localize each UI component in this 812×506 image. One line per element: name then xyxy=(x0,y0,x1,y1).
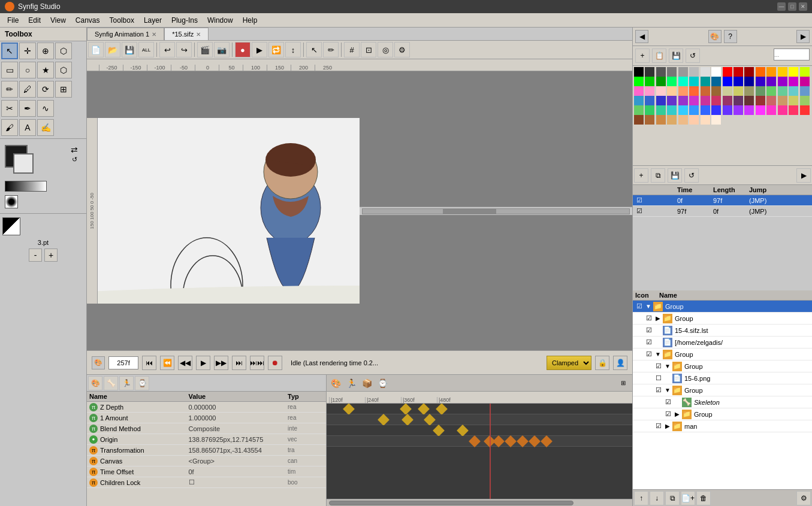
color-swatch-84[interactable] xyxy=(678,115,688,125)
kf-4-5[interactable] xyxy=(517,435,529,447)
wp-dup-btn[interactable]: ⧉ xyxy=(651,168,665,183)
record-btn[interactable]: ⏺ xyxy=(268,356,282,370)
color-swatch-21[interactable] xyxy=(689,77,699,86)
prop-bline-btn[interactable]: 🏃 xyxy=(119,376,134,390)
onion-btn[interactable]: ◎ xyxy=(378,42,393,57)
color-swatch-42[interactable] xyxy=(744,86,754,96)
kf-3-2[interactable] xyxy=(457,425,469,437)
color-swatch-43[interactable] xyxy=(756,86,765,96)
canvas-area[interactable]: ~LC 150 100 50 0 -50 xyxy=(87,71,632,350)
kf-4-7[interactable] xyxy=(541,435,553,447)
wp-row-2[interactable]: ☑ 97f 0f (JMP) xyxy=(633,206,812,217)
color-swatch-70[interactable] xyxy=(701,105,710,115)
maximize-button[interactable]: □ xyxy=(788,2,796,11)
transform-tool[interactable]: ✛ xyxy=(19,43,36,59)
wp-check-1[interactable]: ☑ xyxy=(635,196,644,205)
color-swatch-5[interactable] xyxy=(689,67,699,77)
color-swatch-62[interactable] xyxy=(789,96,798,105)
layer-expand-group5[interactable]: ▼ xyxy=(664,387,671,394)
tl-icon-time[interactable]: ⌚ xyxy=(376,377,389,390)
add-color-btn[interactable]: + xyxy=(635,49,650,63)
color-swatch-8[interactable] xyxy=(723,67,732,77)
bounce-btn[interactable]: ↕ xyxy=(285,42,301,57)
radial-preview[interactable] xyxy=(5,195,18,208)
bone-btn[interactable]: ⚙ xyxy=(394,42,410,57)
color-swatch-76[interactable] xyxy=(766,105,776,115)
menu-window[interactable]: Window xyxy=(203,15,238,26)
prev-frame-btn[interactable]: ⏪ xyxy=(160,356,174,370)
layer-expand-file3[interactable] xyxy=(664,375,671,382)
color-swatch-7[interactable] xyxy=(711,67,721,77)
color-swatch-12[interactable] xyxy=(766,67,776,77)
layers-dup-btn[interactable]: ⧉ xyxy=(665,491,680,505)
color-swatch-51[interactable] xyxy=(667,96,677,105)
close-button[interactable]: ✕ xyxy=(799,2,807,11)
rewind-btn[interactable]: ◀◀ xyxy=(178,356,192,370)
color-swatch-85[interactable] xyxy=(689,115,699,125)
layer-check-skel1[interactable]: ☑ xyxy=(664,398,672,407)
layer-expand-skel1[interactable] xyxy=(674,399,681,406)
layer-group1[interactable]: ☑ ▼ 📁 Group xyxy=(633,301,812,313)
color-swatch-20[interactable] xyxy=(678,77,688,86)
layer-check-group5[interactable]: ☑ xyxy=(654,386,663,395)
prev-keyframe-btn[interactable]: ⏮ xyxy=(142,356,156,370)
color-swatch-10[interactable] xyxy=(744,67,754,77)
clamped-select[interactable]: Clamped xyxy=(547,356,591,370)
kf-2-2[interactable] xyxy=(402,414,413,426)
color-swatch-74[interactable] xyxy=(744,105,754,115)
menu-file[interactable]: File xyxy=(2,15,23,26)
eyedropper-tool[interactable]: ✂ xyxy=(1,100,18,117)
tl-icon-canvas[interactable]: 🎨 xyxy=(329,377,342,390)
layer-expand-group2[interactable]: ▶ xyxy=(654,315,662,322)
render-btn[interactable]: 🎬 xyxy=(197,42,213,57)
tl-expand-btn[interactable]: ⊞ xyxy=(617,377,630,390)
canvas-scroll-thumb[interactable] xyxy=(443,209,496,214)
decrease-size[interactable]: - xyxy=(29,249,42,262)
color-swatch-78[interactable] xyxy=(789,105,798,115)
tl-icon-person[interactable]: 🏃 xyxy=(345,377,358,390)
checker-tool[interactable]: ⊞ xyxy=(55,81,72,98)
circle-tool[interactable]: ○ xyxy=(19,62,36,78)
tab-15sifz-close[interactable]: ✕ xyxy=(196,31,201,38)
color-swatch-44[interactable] xyxy=(766,86,776,96)
layer-check-file1[interactable]: ☑ xyxy=(645,326,653,335)
color-swatch-50[interactable] xyxy=(656,96,666,105)
color-swatch-46[interactable] xyxy=(789,86,798,96)
cursor-btn[interactable]: ↖ xyxy=(306,42,322,57)
layers-del-btn[interactable]: 🗑 xyxy=(696,491,711,505)
layer-group5[interactable]: ☑ ▼ 📁 Group xyxy=(633,384,812,396)
lock-btn[interactable]: 🔒 xyxy=(595,356,609,370)
grid-btn[interactable]: # xyxy=(344,42,360,57)
timeline-scroll-thumb[interactable] xyxy=(329,501,573,505)
color-swatch-9[interactable] xyxy=(733,67,743,77)
color-swatch-64[interactable] xyxy=(634,105,644,115)
copy-color-btn[interactable]: 📋 xyxy=(652,49,666,63)
nav-right-arrow[interactable]: ▶ xyxy=(796,30,810,43)
color-swatch-30[interactable] xyxy=(789,77,798,86)
color-swatch-22[interactable] xyxy=(701,77,710,86)
layer-check-file3[interactable]: ☐ xyxy=(654,374,663,383)
color-swatch-32[interactable] xyxy=(634,86,644,96)
layer-expand-group4[interactable]: ▼ xyxy=(664,363,671,370)
color-swatch-26[interactable] xyxy=(744,77,754,86)
kf-1-1[interactable] xyxy=(343,404,355,415)
color-swatch-82[interactable] xyxy=(656,115,666,125)
color-swatch-80[interactable] xyxy=(634,115,644,125)
color-swatch-18[interactable] xyxy=(656,77,666,86)
color-swatch-48[interactable] xyxy=(634,96,644,105)
color-swatch-40[interactable] xyxy=(723,86,732,96)
tab-animation1-close[interactable]: ✕ xyxy=(152,31,156,38)
color-swatch-31[interactable] xyxy=(800,77,810,86)
kf-4-3[interactable] xyxy=(493,435,505,447)
swap-colors[interactable]: ⇄ xyxy=(71,145,81,156)
menu-canvas[interactable]: Canvas xyxy=(71,15,105,26)
kf-1-4[interactable] xyxy=(436,404,448,415)
menu-plugins[interactable]: Plug-Ins xyxy=(167,15,203,26)
color-swatch-27[interactable] xyxy=(756,77,765,86)
pen-tool[interactable]: ✒ xyxy=(19,100,36,117)
loop-btn[interactable]: 🔁 xyxy=(268,42,284,57)
color-swatch-61[interactable] xyxy=(778,96,787,105)
color-swatch-13[interactable] xyxy=(778,67,787,77)
color-swatch-59[interactable] xyxy=(756,96,765,105)
wp-save-btn[interactable]: 💾 xyxy=(668,168,682,183)
